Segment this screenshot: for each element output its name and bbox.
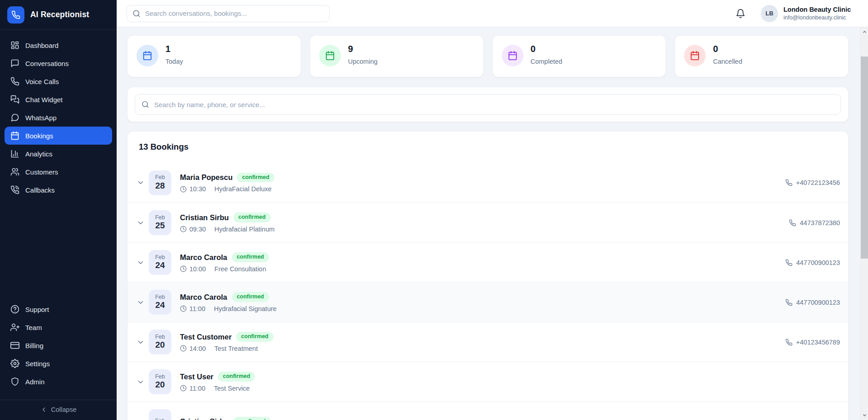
booking-row[interactable]: Feb 25 Cristian Sirbu confirmed 09:30 Hy… — [127, 203, 848, 242]
sidebar-item-settings[interactable]: Settings — [5, 354, 112, 373]
sidebar-item-label: Settings — [25, 360, 50, 368]
scrollbar-thumb[interactable] — [861, 57, 868, 259]
stat-icon-circle — [319, 45, 341, 66]
sidebar-item-conversations[interactable]: Conversations — [5, 54, 112, 72]
sidebar-item-chat-widget[interactable]: Chat Widget — [5, 90, 112, 109]
chevron-down-icon[interactable] — [137, 338, 145, 346]
booking-time: 11:00 — [189, 385, 205, 392]
phone-icon — [789, 219, 796, 227]
global-search-input[interactable] — [127, 5, 330, 22]
clock-icon — [180, 186, 187, 193]
sidebar-item-voice-calls[interactable]: Voice Calls — [5, 72, 112, 90]
bookings-list: Feb 28 Maria Popescu confirmed 10:30 Hyd… — [127, 163, 848, 420]
avatar[interactable]: LB — [761, 5, 778, 22]
status-badge: confirmed — [237, 173, 274, 183]
calendar-icon — [142, 51, 152, 61]
status-badge: confirmed — [233, 212, 270, 222]
admin-icon — [10, 377, 19, 386]
account-info[interactable]: London Beauty Clinic info@londonbeauty.c… — [783, 6, 851, 21]
sidebar-item-admin[interactable]: Admin — [5, 373, 112, 391]
sidebar-item-whatsapp[interactable]: WhatsApp — [5, 109, 112, 127]
sidebar-item-customers[interactable]: Customers — [5, 163, 112, 181]
status-badge: confirmed — [232, 252, 269, 262]
customer-name: Cristian Sirbu — [180, 417, 229, 420]
sidebar-item-label: Voice Calls — [25, 78, 59, 85]
search-icon — [132, 9, 141, 18]
account-email: info@londonbeauty.clinic — [783, 14, 851, 21]
support-icon — [10, 305, 19, 314]
conversations-icon — [10, 59, 19, 68]
sidebar-item-bookings[interactable]: Bookings — [5, 127, 112, 145]
customer-name: Marco Carola — [180, 253, 227, 262]
sidebar-item-team[interactable]: Team — [5, 318, 112, 336]
stat-icon-circle — [684, 45, 706, 66]
chevron-down-icon[interactable] — [137, 179, 145, 187]
stat-value: 1 — [165, 44, 183, 54]
sidebar-item-dashboard[interactable]: Dashboard — [5, 36, 112, 54]
booking-row[interactable]: Feb Cristian Sirbu confirmed — [127, 401, 848, 420]
stat-icon-circle — [502, 45, 524, 66]
booking-date-badge: Feb 28 — [149, 170, 171, 195]
sidebar: AI Receptionist Dashboard Conversations … — [0, 0, 117, 420]
sidebar-item-support[interactable]: Support — [5, 300, 112, 318]
customer-name: Cristian Sirbu — [180, 213, 229, 222]
customer-name: Test Customer — [180, 333, 231, 341]
booking-date-badge: Feb 20 — [149, 369, 171, 394]
dashboard-icon — [10, 41, 19, 50]
phone-icon — [785, 339, 793, 346]
calendar-icon — [690, 51, 700, 61]
booking-row[interactable]: Feb 24 Marco Carola confirmed 10:00 Free… — [127, 242, 848, 282]
chevron-down-icon[interactable] — [137, 219, 145, 227]
booking-info: Maria Popescu confirmed 10:30 HydraFacia… — [180, 173, 274, 193]
booking-info: Test Customer confirmed 14:00 Test Treat… — [180, 332, 274, 352]
chevron-down-icon[interactable] — [137, 259, 145, 267]
bookings-card: 13 Bookings Feb 28 Maria Popescu confirm… — [127, 131, 849, 420]
booking-day: 25 — [155, 221, 165, 231]
booking-row[interactable]: Feb 24 Marco Carola confirmed 11:00 Hydr… — [127, 282, 848, 322]
booking-service: Test Service — [214, 385, 250, 392]
topbar: LB London Beauty Clinic info@londonbeaut… — [117, 0, 868, 27]
scroll-down-arrow-icon[interactable] — [861, 411, 868, 419]
chevron-down-icon[interactable] — [137, 418, 145, 420]
main-content: 1 Today 9 Upcoming 0 Completed 0 Cancell… — [117, 27, 868, 420]
bell-icon[interactable] — [736, 9, 745, 19]
scrollbar[interactable] — [860, 27, 868, 420]
sidebar-item-label: Conversations — [25, 60, 69, 67]
scroll-up-arrow-icon[interactable] — [861, 28, 868, 36]
bookings-search-input[interactable] — [135, 94, 841, 115]
collapse-label: Collapse — [51, 406, 76, 413]
sidebar-item-billing[interactable]: Billing — [5, 336, 112, 354]
booking-row[interactable]: Feb 20 Test Customer confirmed 14:00 Tes… — [127, 322, 848, 362]
app-title: AI Receptionist — [30, 10, 89, 19]
collapse-button[interactable]: Collapse — [0, 400, 117, 420]
sidebar-item-label: Dashboard — [25, 42, 58, 49]
booking-day: 24 — [155, 261, 165, 270]
sidebar-item-callbacks[interactable]: Callbacks — [5, 181, 112, 199]
booking-row[interactable]: Feb 20 Test User confirmed 11:00 Test Se… — [127, 362, 848, 401]
bookings-search — [135, 94, 841, 115]
stat-value: 0 — [713, 44, 742, 54]
sidebar-item-label: Support — [25, 306, 49, 313]
app-logo: AI Receptionist — [0, 0, 117, 30]
chevron-down-icon[interactable] — [137, 378, 145, 386]
booking-service: Free Consultation — [214, 265, 266, 273]
booking-service: Hydrafacial Signature — [214, 305, 277, 312]
team-icon — [10, 323, 19, 332]
main-area: LB London Beauty Clinic info@londonbeaut… — [117, 0, 868, 420]
stat-label: Today — [165, 58, 183, 65]
stat-value: 0 — [531, 44, 562, 54]
booking-row[interactable]: Feb 28 Maria Popescu confirmed 10:30 Hyd… — [127, 163, 848, 203]
sidebar-item-analytics[interactable]: Analytics — [5, 145, 112, 163]
chevron-down-icon[interactable] — [137, 298, 145, 307]
topbar-right: LB London Beauty Clinic info@londonbeaut… — [736, 5, 851, 22]
phone-number: 447700900123 — [796, 299, 840, 306]
booking-date-badge: Feb 20 — [149, 330, 171, 354]
stat-card: 0 Cancelled — [675, 35, 849, 77]
booking-date-badge: Feb 24 — [149, 250, 171, 275]
phone-icon — [785, 259, 793, 266]
sidebar-nav-secondary: Support Team Billing Settings Admin Coll… — [0, 300, 117, 420]
global-search — [127, 5, 330, 22]
booking-month: Feb — [155, 334, 165, 340]
phone-icon — [785, 179, 793, 186]
booking-month: Feb — [155, 294, 165, 301]
